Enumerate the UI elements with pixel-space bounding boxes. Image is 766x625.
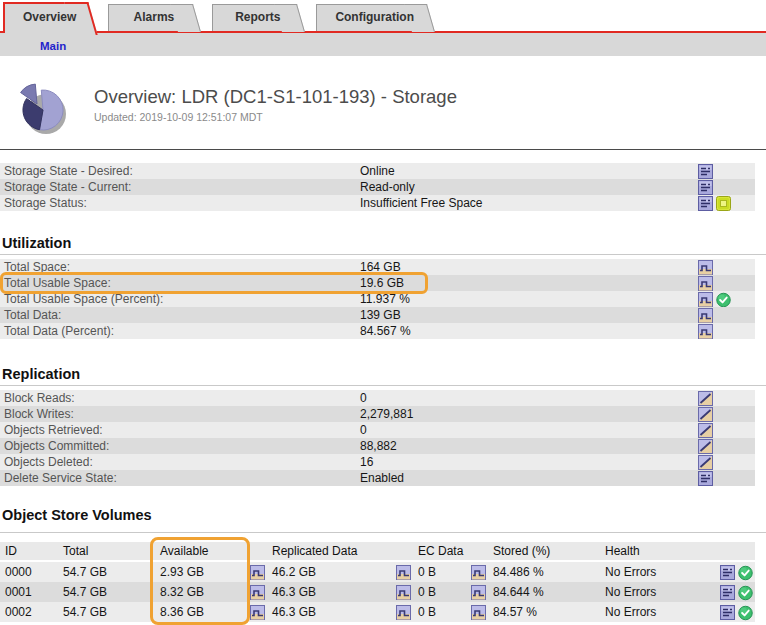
chart-icon[interactable] <box>698 308 713 323</box>
row-icons <box>698 163 713 179</box>
cell-health-value: No Errors <box>605 562 656 582</box>
trend-icon[interactable] <box>698 439 713 454</box>
trend-icon[interactable] <box>698 455 713 470</box>
cell-icons <box>720 605 755 620</box>
attribute-row: Total Space:164 GB <box>0 259 755 275</box>
cell-available-value: 8.36 GB <box>160 602 204 622</box>
row-value: Insufficient Free Space <box>360 195 483 211</box>
tab-overview-label: Overview <box>23 10 76 24</box>
tab-overview[interactable]: Overview <box>3 2 82 33</box>
attribute-row: Storage State - Current:Read-only <box>0 179 755 195</box>
cell-ec: 0 B <box>413 602 488 622</box>
section-rule <box>0 532 766 533</box>
cell-id-value: 0002 <box>5 602 32 622</box>
cell-available-value: 8.32 GB <box>160 582 204 602</box>
tab-reports[interactable]: Reports <box>212 4 290 31</box>
section-rule <box>0 254 766 255</box>
cell-icons <box>396 585 413 600</box>
cell-health-value: No Errors <box>605 602 656 622</box>
table-row: 000254.7 GB8.36 GB46.3 GB0 B84.57 %No Er… <box>0 602 755 622</box>
attribute-row: Total Data (Percent):84.567 % <box>0 323 755 339</box>
attribute-icon[interactable] <box>698 164 713 179</box>
attribute-icon[interactable] <box>698 471 713 486</box>
chart-icon[interactable] <box>698 324 713 339</box>
row-value: 139 GB <box>360 307 401 323</box>
cell-icons <box>250 605 267 620</box>
status-ok-icon <box>738 605 753 620</box>
attribute-row: Objects Retrieved:0 <box>0 422 755 438</box>
chart-icon[interactable] <box>396 565 411 580</box>
utilization-section-title: Utilization <box>2 235 766 251</box>
cell-id: 0001 <box>0 582 58 602</box>
cell-available-value: 2.93 GB <box>160 562 204 582</box>
active-tab-underline <box>0 31 766 33</box>
row-label: Total Data (Percent): <box>4 323 114 339</box>
tab-bar: Overview Alarms Reports Configuration <box>0 0 766 33</box>
attribute-icon[interactable] <box>698 196 713 211</box>
chart-icon[interactable] <box>250 605 265 620</box>
cell-health-value: No Errors <box>605 582 656 602</box>
utilization-section: Total Space:164 GBTotal Usable Space:19.… <box>0 259 755 339</box>
row-label: Objects Retrieved: <box>4 422 103 438</box>
page-header: Overview: LDR (DC1-S1-101-193) - Storage… <box>12 77 766 135</box>
cell-stored-value: 84.486 % <box>493 562 544 582</box>
cell-health: No Errors <box>600 602 755 622</box>
row-label: Total Data: <box>4 307 61 323</box>
cell-health: No Errors <box>600 562 755 582</box>
chart-icon[interactable] <box>471 585 486 600</box>
attribute-row: Objects Deleted:16 <box>0 454 755 470</box>
column-header: Available <box>155 542 267 560</box>
column-header: Stored (%) <box>488 542 600 560</box>
chart-icon[interactable] <box>698 276 713 291</box>
chart-icon[interactable] <box>250 565 265 580</box>
chart-icon[interactable] <box>698 292 713 307</box>
row-icons <box>698 470 713 486</box>
cell-icons <box>396 565 413 580</box>
trend-icon[interactable] <box>698 407 713 422</box>
tab-alarms[interactable]: Alarms <box>108 4 186 31</box>
row-label: Storage State - Desired: <box>4 163 133 179</box>
cell-ec: 0 B <box>413 562 488 582</box>
chart-icon[interactable] <box>698 260 713 275</box>
notice-icon <box>716 196 731 211</box>
cell-stored: 84.644 % <box>488 582 600 602</box>
cell-available: 8.36 GB <box>155 602 267 622</box>
attribute-icon[interactable] <box>698 180 713 195</box>
chart-icon[interactable] <box>396 585 411 600</box>
cell-available: 8.32 GB <box>155 582 267 602</box>
cell-ec-value: 0 B <box>418 562 436 582</box>
row-icons <box>698 438 713 454</box>
attribute-row: Total Data:139 GB <box>0 307 755 323</box>
section-rule <box>0 385 766 386</box>
status-ok-icon <box>738 565 753 580</box>
page-header-titles: Overview: LDR (DC1-S1-101-193) - Storage… <box>94 77 457 123</box>
attribute-icon[interactable] <box>720 565 735 580</box>
cell-health: No Errors <box>600 582 755 602</box>
chart-icon[interactable] <box>471 605 486 620</box>
cell-ec: 0 B <box>413 582 488 602</box>
row-label: Delete Service State: <box>4 470 117 486</box>
attribute-row: Storage Status:Insufficient Free Space <box>0 195 755 211</box>
row-value: 16 <box>360 454 373 470</box>
column-header: ID <box>0 542 58 560</box>
tab-configuration[interactable]: Configuration <box>316 4 420 31</box>
row-icons <box>698 390 713 406</box>
chart-icon[interactable] <box>250 585 265 600</box>
row-icons <box>698 195 731 211</box>
main-link[interactable]: Main <box>40 40 66 52</box>
trend-icon[interactable] <box>698 423 713 438</box>
attribute-icon[interactable] <box>720 585 735 600</box>
row-icons <box>698 307 713 323</box>
cell-total: 54.7 GB <box>58 582 155 602</box>
attribute-icon[interactable] <box>720 605 735 620</box>
row-label: Storage State - Current: <box>4 179 131 195</box>
attribute-row: Total Usable Space:19.6 GB <box>0 275 755 291</box>
chart-icon[interactable] <box>396 605 411 620</box>
chart-icon[interactable] <box>471 565 486 580</box>
object-store-volumes-table: IDTotalAvailableReplicated DataEC DataSt… <box>0 542 755 622</box>
row-value: Read-only <box>360 179 415 195</box>
trend-icon[interactable] <box>698 391 713 406</box>
cell-replicated-value: 46.3 GB <box>272 602 316 622</box>
status-ok-icon <box>716 292 731 307</box>
row-value: Enabled <box>360 470 404 486</box>
